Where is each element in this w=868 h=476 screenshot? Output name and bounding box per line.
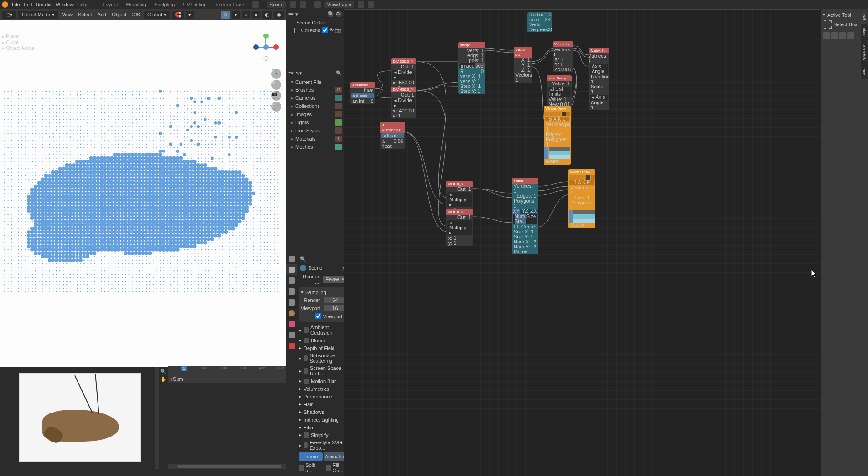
- prop-section-ambient-occlusion[interactable]: ▸ Ambient Occlusion: [299, 324, 348, 336]
- prop-tab-scene[interactable]: [286, 297, 297, 308]
- cat-images[interactable]: ▸Images2: [286, 110, 344, 118]
- viewport-3d-canvas[interactable]: ▸ Plane ▸ Circle ▸ Object Mode 🔍 ✥ 📷: [0, 20, 286, 367]
- prop-tab-viewlayer[interactable]: [286, 286, 297, 297]
- viewlayer-name-input[interactable]: View Layer: [324, 1, 354, 8]
- sampling-section[interactable]: ▾ Sampling: [301, 288, 347, 296]
- prop-section-depth-of-field[interactable]: ▸ Depth of Field: [299, 344, 348, 352]
- timeline-ruler[interactable]: 1 50 100 150 200 250: [168, 366, 286, 375]
- prop-section-simplify[interactable]: ▸ Simplify: [299, 431, 348, 439]
- cat-collections[interactable]: ▸Collections: [286, 102, 344, 110]
- shading-material[interactable]: ◐: [262, 11, 272, 19]
- viewlayer-new-icon[interactable]: [358, 1, 364, 8]
- cat-lights[interactable]: ▸Lights: [286, 118, 344, 126]
- vp-menu-select[interactable]: Select: [76, 12, 94, 17]
- tab-uv[interactable]: UV Editing: [180, 1, 209, 8]
- zoom-icon[interactable]: 🔍: [271, 69, 281, 79]
- select-mode-4[interactable]: [847, 32, 854, 39]
- prop-section-shadows[interactable]: ▸ Shadows: [299, 408, 348, 416]
- prop-tab-render[interactable]: [286, 264, 297, 275]
- tab-sculpting[interactable]: Sculpting: [152, 1, 177, 8]
- node-matrix-in[interactable]: Matrix In Matrices: 6 Axis Angle Locatio…: [589, 48, 609, 110]
- vp-menu-gis[interactable]: GIS: [130, 12, 142, 17]
- playhead[interactable]: [181, 375, 181, 464]
- scene-new-icon[interactable]: [290, 1, 296, 8]
- image-selector[interactable]: image sve... ×: [459, 63, 485, 68]
- scene-name[interactable]: Scene: [308, 265, 322, 271]
- node-viewer-draw[interactable]: Viewer Draw B A K E Vertices: 1pa:3 Edge…: [544, 106, 571, 165]
- prop-tab-particles[interactable]: [286, 340, 297, 351]
- axis-dropdown[interactable]: ◂ Axis: [590, 95, 608, 100]
- node-div-400[interactable]: DIV 400.0_Y Out: 1 ◂ Divide ▸ x:400.00 y…: [391, 87, 416, 118]
- bake-button[interactable]: B A K E: [569, 180, 594, 185]
- mode-selector[interactable]: Num Ste...Size: [513, 214, 537, 224]
- menu-file[interactable]: File: [12, 2, 20, 7]
- cat-brushes[interactable]: ▸Brushes24: [286, 86, 344, 94]
- vtab-view[interactable]: View: [861, 24, 868, 40]
- prop-tab-modifiers[interactable]: [286, 330, 297, 340]
- menu-render[interactable]: Render: [36, 2, 52, 7]
- scene-delete-icon[interactable]: [300, 1, 306, 8]
- viewport-samples-input[interactable]: 16: [324, 305, 347, 311]
- render-samples-input[interactable]: 64: [324, 297, 347, 303]
- scene-name-input[interactable]: Scene: [267, 1, 286, 8]
- cat-cameras[interactable]: ▸Cameras: [286, 94, 344, 102]
- active-tool-section[interactable]: ▾ Active Tool: [823, 11, 866, 19]
- vtab-tool[interactable]: Tool: [861, 9, 868, 24]
- prop-tab-tool[interactable]: [286, 253, 297, 264]
- float-selector[interactable]: ◂ float: [381, 133, 404, 138]
- current-file-row[interactable]: ▾Current File: [286, 78, 344, 86]
- tab-modeling[interactable]: Modeling: [123, 1, 149, 8]
- image-scrollbar[interactable]: [155, 366, 159, 469]
- gizmo-toggle[interactable]: ▾: [232, 11, 240, 19]
- current-frame-indicator[interactable]: 1: [181, 366, 187, 371]
- collection-exclude-toggle[interactable]: [322, 27, 328, 33]
- select-mode-3[interactable]: [839, 32, 846, 39]
- menu-help[interactable]: Help: [77, 2, 88, 7]
- node-circle-fragment[interactable]: Radius1.00 num Verts24 Degrees360.00: [527, 12, 552, 32]
- node-vector-out[interactable]: Vector out X: 1 Y: 1 Z: 1 Vectors: 1: [514, 47, 532, 83]
- scene-browse-icon[interactable]: [252, 1, 259, 8]
- collection-row[interactable]: Collectio 👁 📷: [286, 26, 344, 34]
- cat-linestyles[interactable]: ▸Line Styles: [286, 126, 344, 135]
- node-plane[interactable]: Plane Vertices: 1 Edges: 1 Polygons: 1 X…: [512, 178, 538, 254]
- outliner-display-mode[interactable]: ▾: [295, 11, 298, 17]
- prop-section-performance[interactable]: ▸ Performance: [299, 393, 348, 400]
- viewlayer-browse-icon[interactable]: [314, 1, 321, 8]
- prop-section-volumetrics[interactable]: ▸ Volumetrics: [299, 385, 348, 393]
- op-dropdown[interactable]: ◂ Divide ▸: [392, 70, 415, 80]
- orientation-dropdown[interactable]: Global ▾: [144, 11, 170, 19]
- tab-texture[interactable]: Texture Paint: [212, 1, 246, 8]
- prop-section-screen-space-refl-[interactable]: ▸ Screen Space Refl...: [299, 364, 348, 377]
- node-a-number-001[interactable]: A Number.001 ◂ float a float:0.86: [380, 122, 405, 149]
- search-icon[interactable]: 🔍: [328, 11, 334, 17]
- outliner-type-dropdown[interactable]: ≡▾: [288, 11, 294, 17]
- timeline-body[interactable]: ▾ Sum: [168, 375, 286, 464]
- op-dropdown[interactable]: ◂ Multiply ▸: [447, 192, 472, 207]
- filter-icon[interactable]: ⚙: [336, 11, 342, 17]
- viewport-denoise-checkbox[interactable]: [315, 313, 321, 319]
- prop-tab-world[interactable]: [286, 308, 297, 319]
- search-icon[interactable]: 🔍: [299, 255, 348, 263]
- op-dropdown[interactable]: ◂ Multiply ▸: [447, 220, 472, 235]
- int-selector[interactable]: int ⟸: [351, 93, 374, 98]
- node-viewer-draw-2[interactable]: Viewer Draw B A K E Vertices: 1pa:3 Edge…: [568, 169, 595, 228]
- prop-section-bloom[interactable]: ▸ Bloom: [299, 336, 348, 344]
- vtab-item[interactable]: Item: [861, 64, 868, 79]
- editor-type-dropdown[interactable]: ⬚▾: [2, 11, 16, 19]
- tab-layout[interactable]: Layout: [100, 1, 121, 8]
- menu-edit[interactable]: Edit: [24, 2, 32, 7]
- move-icon[interactable]: ✥: [271, 80, 281, 90]
- viewlayer-delete-icon[interactable]: [368, 1, 374, 8]
- axis-gizmo[interactable]: [252, 34, 280, 61]
- prop-section-motion-blur[interactable]: ▸ Motion Blur: [299, 377, 348, 385]
- shading-rendered[interactable]: ◉: [274, 11, 284, 19]
- scene-collection-row[interactable]: Scene Collec...: [286, 19, 344, 26]
- zoom-tool-icon[interactable]: 🔍: [160, 369, 167, 374]
- mode-dropdown[interactable]: Object Mode ▾: [18, 11, 58, 19]
- pan-tool-icon[interactable]: ✋: [160, 376, 167, 382]
- vp-menu-object[interactable]: Object: [110, 12, 128, 17]
- plane-axis-tabs[interactable]: XY YZ ZX: [512, 209, 538, 214]
- prop-section-hair[interactable]: ▸ Hair: [299, 400, 348, 408]
- shading-wireframe[interactable]: ○: [242, 11, 250, 18]
- snap-toggle[interactable]: 🧲: [172, 11, 184, 19]
